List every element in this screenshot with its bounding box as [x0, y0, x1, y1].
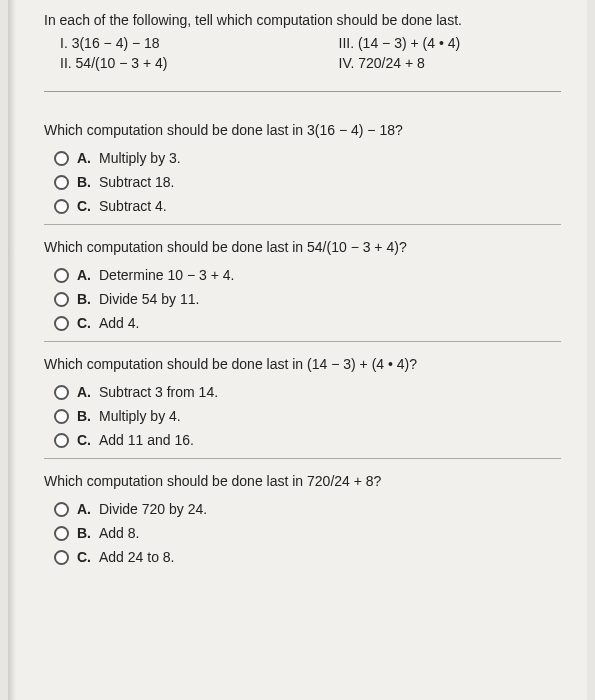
radio-icon[interactable]: [54, 433, 69, 448]
question-prompt: Which computation should be done last in…: [44, 356, 561, 372]
option-3a[interactable]: A. Subtract 3 from 14.: [54, 384, 561, 400]
radio-icon[interactable]: [54, 316, 69, 331]
option-text: Subtract 18.: [99, 174, 175, 190]
option-letter: A.: [77, 384, 91, 400]
sub-divider: [44, 341, 561, 342]
option-4c[interactable]: C. Add 24 to 8.: [54, 549, 561, 565]
option-4b[interactable]: B. Add 8.: [54, 525, 561, 541]
option-text: Subtract 3 from 14.: [99, 384, 218, 400]
problem-grid: I. 3(16 − 4) − 18 II. 54/(10 − 3 + 4) II…: [44, 34, 561, 73]
option-2b[interactable]: B. Divide 54 by 11.: [54, 291, 561, 307]
option-letter: C.: [77, 432, 91, 448]
radio-icon[interactable]: [54, 502, 69, 517]
option-2c[interactable]: C. Add 4.: [54, 315, 561, 331]
problem-1: I. 3(16 − 4) − 18: [60, 34, 283, 54]
question-prompt: Which computation should be done last in…: [44, 122, 561, 138]
worksheet-page: In each of the following, tell which com…: [8, 0, 587, 700]
option-letter: C.: [77, 198, 91, 214]
sub-divider: [44, 458, 561, 459]
option-text: Add 24 to 8.: [99, 549, 175, 565]
option-2a[interactable]: A. Determine 10 − 3 + 4.: [54, 267, 561, 283]
option-letter: B.: [77, 408, 91, 424]
question-block-2: Which computation should be done last in…: [44, 239, 561, 331]
question-prompt: Which computation should be done last in…: [44, 239, 561, 255]
option-4a[interactable]: A. Divide 720 by 24.: [54, 501, 561, 517]
main-divider: [44, 91, 561, 92]
option-text: Multiply by 4.: [99, 408, 181, 424]
radio-icon[interactable]: [54, 199, 69, 214]
option-text: Add 11 and 16.: [99, 432, 194, 448]
option-1a[interactable]: A. Multiply by 3.: [54, 150, 561, 166]
radio-icon[interactable]: [54, 292, 69, 307]
option-letter: B.: [77, 291, 91, 307]
problem-4: IV. 720/24 + 8: [339, 54, 562, 74]
option-letter: A.: [77, 150, 91, 166]
option-text: Add 4.: [99, 315, 139, 331]
problem-2: II. 54/(10 − 3 + 4): [60, 54, 283, 74]
option-text: Multiply by 3.: [99, 150, 181, 166]
option-text: Divide 54 by 11.: [99, 291, 199, 307]
radio-icon[interactable]: [54, 151, 69, 166]
radio-icon[interactable]: [54, 550, 69, 565]
radio-icon[interactable]: [54, 409, 69, 424]
option-3b[interactable]: B. Multiply by 4.: [54, 408, 561, 424]
problem-3: III. (14 − 3) + (4 • 4): [339, 34, 562, 54]
problem-col-left: I. 3(16 − 4) − 18 II. 54/(10 − 3 + 4): [44, 34, 283, 73]
option-letter: A.: [77, 501, 91, 517]
option-letter: B.: [77, 174, 91, 190]
option-text: Subtract 4.: [99, 198, 167, 214]
question-block-1: Which computation should be done last in…: [44, 122, 561, 214]
option-text: Determine 10 − 3 + 4.: [99, 267, 234, 283]
sub-divider: [44, 224, 561, 225]
radio-icon[interactable]: [54, 385, 69, 400]
option-letter: A.: [77, 267, 91, 283]
radio-icon[interactable]: [54, 175, 69, 190]
option-text: Divide 720 by 24.: [99, 501, 207, 517]
option-letter: B.: [77, 525, 91, 541]
option-letter: C.: [77, 549, 91, 565]
intro-text: In each of the following, tell which com…: [44, 12, 561, 28]
problem-col-right: III. (14 − 3) + (4 • 4) IV. 720/24 + 8: [323, 34, 562, 73]
radio-icon[interactable]: [54, 526, 69, 541]
option-1b[interactable]: B. Subtract 18.: [54, 174, 561, 190]
option-1c[interactable]: C. Subtract 4.: [54, 198, 561, 214]
question-prompt: Which computation should be done last in…: [44, 473, 561, 489]
option-3c[interactable]: C. Add 11 and 16.: [54, 432, 561, 448]
question-block-4: Which computation should be done last in…: [44, 473, 561, 565]
radio-icon[interactable]: [54, 268, 69, 283]
option-letter: C.: [77, 315, 91, 331]
question-block-3: Which computation should be done last in…: [44, 356, 561, 448]
option-text: Add 8.: [99, 525, 139, 541]
